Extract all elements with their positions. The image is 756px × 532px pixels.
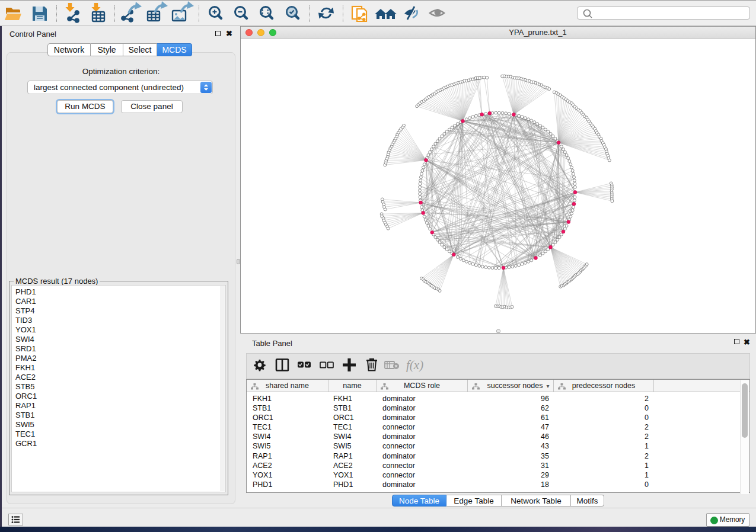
svg-text:f(x): f(x): [406, 358, 423, 372]
